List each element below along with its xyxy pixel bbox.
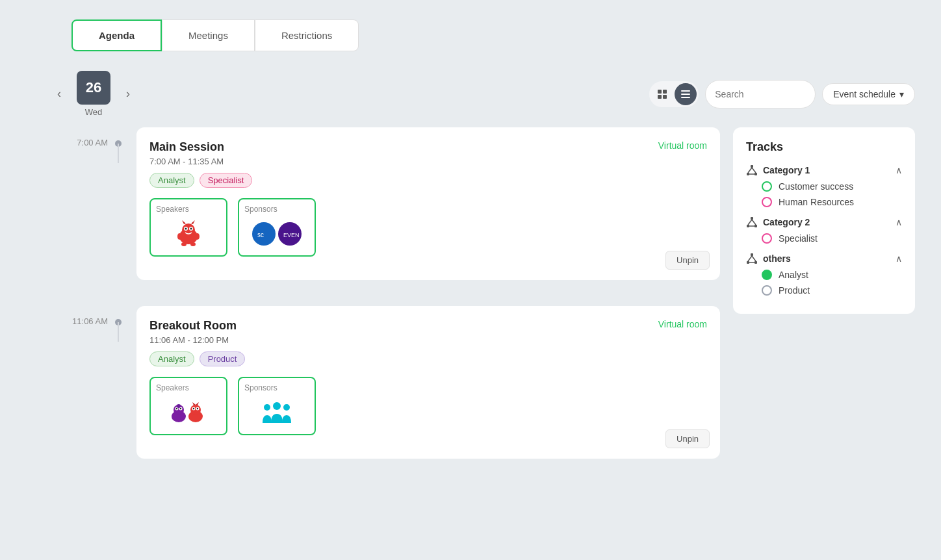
svg-text:sc: sc	[257, 231, 264, 238]
tab-meetings[interactable]: Meetings	[162, 19, 255, 51]
cat2-toggle[interactable]: ∧	[896, 217, 902, 227]
speakers-content-main	[156, 218, 221, 250]
svg-point-17	[181, 242, 187, 246]
track-label-specialist: Specialist	[779, 233, 818, 244]
speakers-box-breakout: Speakers	[149, 377, 227, 435]
speaker-monsters-breakout	[166, 397, 211, 428]
network-icon-cat2	[746, 216, 758, 228]
speakers-label-main: Speakers	[156, 205, 189, 214]
svg-line-46	[752, 168, 756, 173]
search-box	[705, 80, 816, 108]
virtual-room-link-breakout[interactable]: Virtual room	[658, 319, 707, 329]
sponsors-content-breakout	[244, 396, 309, 429]
controls-right: Event schedule ▾	[649, 80, 915, 108]
track-item-analyst: Analyst	[762, 270, 902, 280]
sponsor-people-icon	[261, 398, 293, 427]
svg-point-14	[190, 228, 192, 230]
svg-rect-54	[751, 253, 753, 256]
prev-date-button[interactable]: ‹	[52, 84, 66, 103]
sponsors-content-main: sc EVENT	[244, 218, 309, 250]
svg-rect-5	[681, 94, 690, 95]
track-label-product: Product	[779, 285, 810, 296]
speakers-box-main: Speakers	[149, 198, 227, 257]
svg-rect-3	[663, 95, 667, 99]
track-radio-analyst[interactable]	[762, 270, 772, 280]
category-1-row: Category 1 ∧	[746, 164, 902, 176]
svg-marker-15	[182, 220, 186, 224]
search-input[interactable]	[715, 89, 829, 99]
list-view-button[interactable]	[675, 83, 697, 105]
event-schedule-button[interactable]: Event schedule ▾	[822, 83, 915, 105]
sponsors-box-main: Sponsors sc	[238, 198, 316, 257]
svg-point-18	[190, 242, 196, 246]
tag-analyst-main: Analyst	[149, 173, 194, 188]
session-row-main: 7:00 AM Main Session Virtual room 7:00 A…	[52, 127, 720, 293]
timeline-line-main	[118, 144, 119, 163]
svg-line-58	[752, 256, 756, 261]
session-time-breakout: 11:06 AM - 12:00 PM	[149, 335, 707, 345]
svg-rect-0	[658, 90, 662, 94]
session-row-breakout: 11:06 AM Breakout Room Virtual room 11:0…	[52, 306, 720, 472]
chevron-down-icon: ▾	[899, 89, 904, 99]
session-tags-breakout: Analyst Product	[149, 351, 707, 366]
session-tags-main: Analyst Specialist	[149, 173, 707, 188]
track-radio-specialist[interactable]	[762, 233, 772, 244]
network-icon-cat1	[746, 164, 758, 176]
date-box: 26	[77, 71, 110, 105]
timeline-section: 7:00 AM Main Session Virtual room 7:00 A…	[52, 127, 720, 485]
category-2-row: Category 2 ∧	[746, 216, 902, 228]
unpin-button-breakout[interactable]: Unpin	[665, 429, 710, 448]
virtual-room-link-main[interactable]: Virtual room	[658, 140, 707, 151]
session-card-main: Main Session Virtual room 7:00 AM - 11:3…	[136, 127, 720, 280]
unpin-button-main[interactable]: Unpin	[665, 251, 710, 270]
track-label-cs: Customer success	[779, 181, 853, 192]
tracks-panel: Tracks Category 1 ∧ Cu	[733, 127, 915, 485]
svg-point-32	[190, 405, 201, 415]
track-radio-cs[interactable]	[762, 181, 772, 192]
track-radio-hr[interactable]	[762, 197, 772, 207]
svg-rect-48	[751, 217, 753, 220]
track-label-analyst: Analyst	[779, 270, 808, 280]
tracks-card: Tracks Category 1 ∧ Cu	[733, 127, 915, 314]
svg-line-52	[752, 220, 756, 225]
svg-text:EVENT: EVENT	[283, 232, 299, 238]
track-item-cs: Customer success	[762, 181, 902, 192]
cat2-name: Category 2	[763, 217, 890, 227]
tracks-title: Tracks	[746, 140, 902, 154]
time-label-breakout: 11:06 AM	[72, 306, 110, 326]
track-item-hr: Human Resources	[762, 197, 902, 207]
svg-point-30	[177, 404, 181, 408]
session-title-main: Main Session	[149, 140, 224, 154]
svg-marker-38	[196, 402, 199, 405]
tabs-bar: Agenda Meetings Restrictions	[0, 0, 941, 51]
next-date-button[interactable]: ›	[121, 84, 135, 103]
tab-restrictions[interactable]: Restrictions	[255, 19, 359, 51]
svg-rect-6	[681, 97, 690, 98]
date-number: 26	[86, 79, 101, 96]
track-item-product: Product	[762, 285, 902, 296]
session-time-main: 7:00 AM - 11:35 AM	[149, 157, 707, 166]
svg-line-57	[748, 256, 752, 261]
svg-point-35	[193, 408, 194, 409]
sponsors-label-breakout-2: Sponsors	[244, 383, 277, 392]
svg-rect-2	[658, 95, 662, 99]
tag-product-breakout: Product	[200, 351, 246, 366]
view-toggle	[649, 81, 699, 107]
others-toggle[interactable]: ∧	[896, 253, 902, 264]
svg-point-19	[177, 233, 181, 240]
session-title-breakout: Breakout Room	[149, 319, 237, 333]
svg-marker-16	[191, 220, 195, 224]
sponsors-label-main: Sponsors	[244, 205, 277, 214]
grid-view-button[interactable]	[651, 83, 673, 105]
cat1-toggle[interactable]: ∧	[896, 165, 902, 175]
tab-agenda[interactable]: Agenda	[71, 19, 162, 51]
track-radio-product[interactable]	[762, 285, 772, 296]
speakers-content-breakout	[156, 396, 221, 429]
svg-point-29	[180, 408, 181, 409]
svg-line-51	[748, 220, 752, 225]
speaker-monster-red	[173, 218, 204, 249]
svg-point-20	[196, 233, 200, 240]
svg-rect-1	[663, 90, 667, 94]
svg-marker-37	[192, 402, 196, 405]
panels-row-main: Speakers	[149, 198, 707, 257]
